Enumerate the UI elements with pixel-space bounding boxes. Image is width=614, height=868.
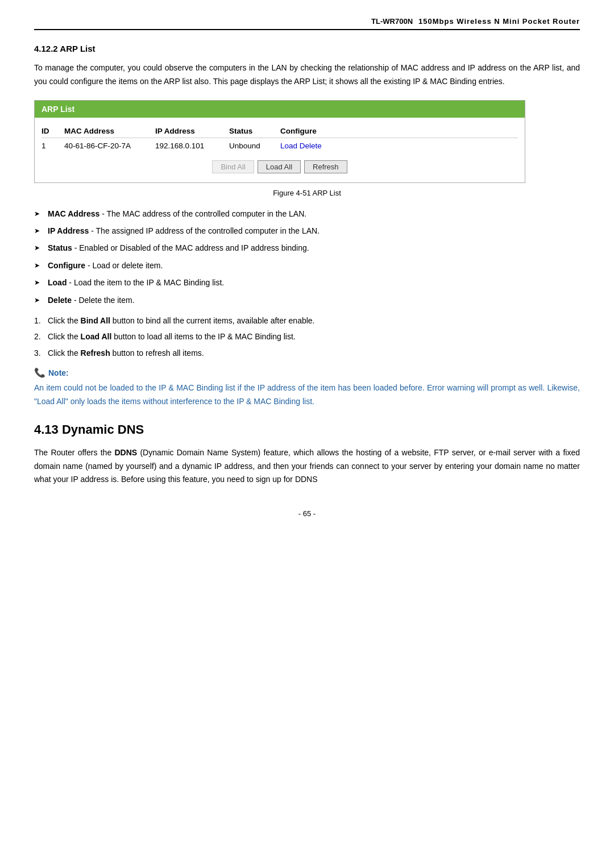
device-description: 150Mbps Wireless N Mini Pocket Router [418,17,580,26]
note-section: 📞 Note: An item could not be loaded to t… [34,367,580,409]
section-412-intro: To manage the computer, you could observ… [34,61,580,89]
bind-all-button[interactable]: Bind All [212,160,254,173]
numbered-list: 1. Click the Bind All button to bind all… [34,314,580,359]
page-footer: - 65 - [34,509,580,518]
bullet-item-load: ➤ Load - Load the item to the IP & MAC B… [34,276,580,289]
bullet-arrow-icon: ➤ [34,226,42,236]
bullet-item-status: ➤ Status - Enabled or Disabled of the MA… [34,242,580,254]
arp-column-headers: ID MAC Address IP Address Status Configu… [42,123,518,138]
section-413-title: 4.13 Dynamic DNS [34,422,580,437]
col-configure: Configure [280,127,349,135]
col-status: Status [229,127,280,135]
num-2: 2. [34,330,48,343]
bullet-arrow-icon: ➤ [34,243,42,254]
bullet-item-mac: ➤ MAC Address - The MAC address of the c… [34,207,580,220]
bullet-text-delete: Delete - Delete the item. [48,294,135,306]
page-header: TL-WR700N 150Mbps Wireless N Mini Pocket… [34,17,580,30]
figure-caption: Figure 4-51 ARP List [34,189,580,197]
bullet-text-ip: IP Address - The assigned IP address of … [48,225,320,237]
col-id: ID [42,127,64,135]
load-all-button[interactable]: Load All [258,160,301,173]
bullet-arrow-icon: ➤ [34,209,42,219]
row-id: 1 [42,142,64,150]
section-413: 4.13 Dynamic DNS The Router offers the D… [34,422,580,487]
section-412: 4.12.2 ARP List To manage the computer, … [34,44,580,409]
section-412-title: 4.12.2 ARP List [34,44,580,53]
text-3: Click the Refresh button to refresh all … [48,347,204,359]
bullet-item-configure: ➤ Configure - Load or delete item. [34,259,580,272]
arp-list-table: ARP List ID MAC Address IP Address Statu… [34,100,525,183]
refresh-button[interactable]: Refresh [304,160,347,173]
row-ip: 192.168.0.101 [155,142,229,150]
table-row: 1 40-61-86-CF-20-7A 192.168.0.101 Unboun… [42,138,518,153]
row-configure[interactable]: Load Delete [280,142,349,150]
page-number: - 65 - [298,509,316,518]
bullet-text-load: Load - Load the item to the IP & MAC Bin… [48,276,224,289]
note-label-text: Note: [48,368,69,377]
text-1: Click the Bind All button to bind all th… [48,314,315,327]
col-mac: MAC Address [64,127,155,135]
section-413-body: The Router offers the DDNS (Dynamic Doma… [34,446,580,487]
bullet-item-delete: ➤ Delete - Delete the item. [34,294,580,306]
note-icon: 📞 [34,367,45,378]
col-ip: IP Address [155,127,229,135]
bullet-item-ip: ➤ IP Address - The assigned IP address o… [34,225,580,237]
bullet-arrow-icon: ➤ [34,260,42,271]
row-mac: 40-61-86-CF-20-7A [64,142,155,150]
bullet-text-mac: MAC Address - The MAC address of the con… [48,207,306,220]
model-label: TL-WR700N [371,17,413,26]
numbered-item-2: 2. Click the Load All button to load all… [34,330,580,343]
arp-table-inner: ID MAC Address IP Address Status Configu… [35,118,525,182]
text-2: Click the Load All button to load all it… [48,330,296,343]
bullet-arrow-icon: ➤ [34,295,42,306]
note-label: 📞 Note: [34,367,580,378]
bullet-list: ➤ MAC Address - The MAC address of the c… [34,207,580,306]
load-link[interactable]: Load [280,142,297,150]
row-status: Unbound [229,142,280,150]
bullet-text-status: Status - Enabled or Disabled of the MAC … [48,242,309,254]
delete-link[interactable]: Delete [300,142,322,150]
bullet-text-configure: Configure - Load or delete item. [48,259,163,272]
numbered-item-3: 3. Click the Refresh button to refresh a… [34,347,580,359]
note-text: An item could not be loaded to the IP & … [34,381,580,409]
num-1: 1. [34,314,48,327]
bullet-arrow-icon: ➤ [34,277,42,288]
num-3: 3. [34,347,48,359]
arp-table-title: ARP List [35,101,525,118]
numbered-item-1: 1. Click the Bind All button to bind all… [34,314,580,327]
arp-buttons-bar: Bind All Load All Refresh [42,153,518,173]
